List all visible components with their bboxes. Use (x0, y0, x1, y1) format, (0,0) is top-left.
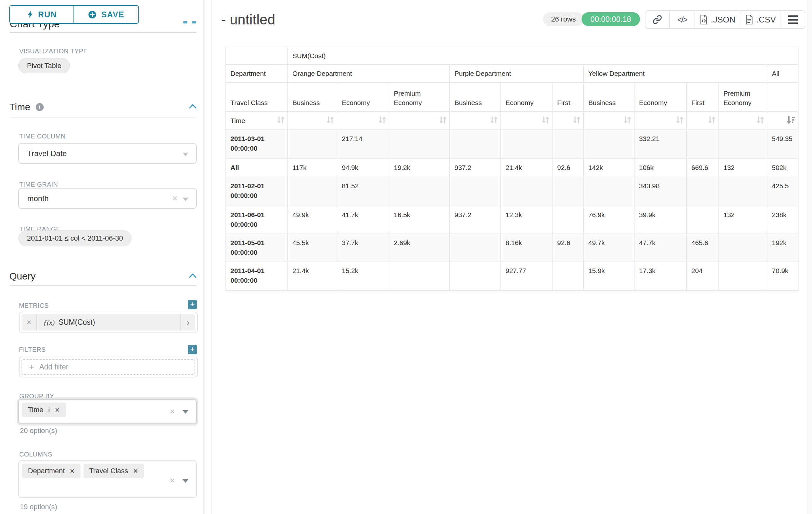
query-duration-badge: 00:00:00.18 (582, 12, 640, 26)
pivot-value-cell (288, 177, 337, 206)
row-count-badge: 26 rows (543, 12, 584, 26)
short-link-button[interactable] (645, 11, 670, 28)
view-query-button[interactable]: </> (670, 11, 695, 28)
time-dimension-label: Time (226, 111, 288, 130)
sort-icon[interactable] (708, 116, 716, 126)
columns-select[interactable]: Department✕Travel Class✕ × (18, 460, 197, 498)
pivot-value-cell: 549.35 (767, 130, 798, 159)
remove-tag-icon[interactable]: ✕ (70, 467, 75, 475)
sort-icon[interactable] (542, 116, 549, 126)
pivot-value-cell: 106k (634, 159, 687, 177)
visualization-type-value[interactable]: Pivot Table (18, 58, 70, 73)
pivot-value-cell: 332.21 (634, 130, 687, 159)
metrics-container: × ƒ(x) SUM(Cost) › (19, 312, 198, 333)
sort-icon[interactable] (676, 116, 684, 126)
remove-tag-icon[interactable]: ✕ (133, 467, 138, 475)
pivot-value-cell: 192k (767, 234, 798, 262)
add-metric-button[interactable]: + (188, 300, 197, 309)
time-column-select[interactable]: Travel Date (18, 143, 197, 164)
chevron-down-icon[interactable] (183, 410, 188, 414)
sort-icon[interactable] (277, 116, 285, 126)
run-button[interactable]: RUN (10, 6, 74, 23)
time-section-title-text: Time (9, 102, 30, 112)
travel-class-header: Economy (634, 83, 687, 111)
time-section-title: Time i (9, 102, 44, 112)
chevron-right-icon[interactable]: › (180, 314, 195, 330)
export-json-button[interactable]: .JSON (695, 11, 741, 28)
time-range-value[interactable]: 2011-01-01 ≤ col < 2011-06-30 (18, 230, 132, 246)
pivot-value-cell: 927.77 (501, 262, 552, 290)
panel-resize-gutter[interactable] (211, 0, 212, 514)
clear-icon[interactable]: × (170, 407, 175, 416)
export-csv-button[interactable]: .CSV (741, 11, 781, 28)
save-button[interactable]: SAVE (74, 6, 138, 23)
remove-tag-icon[interactable]: ✕ (55, 406, 60, 414)
chevron-up-icon[interactable] (189, 273, 196, 278)
chevron-up-icon[interactable] (189, 104, 196, 109)
sort-icon[interactable] (490, 116, 498, 126)
pivot-value-cell: 21.4k (288, 262, 337, 290)
chevron-down-icon (183, 197, 188, 201)
selected-tag[interactable]: Department✕ (22, 464, 81, 478)
travel-class-header (767, 83, 798, 111)
file-code-icon (700, 15, 708, 24)
pivot-value-cell: 16.5k (389, 206, 450, 234)
selected-tag[interactable]: Travel Class✕ (83, 464, 144, 478)
page-scrollbar[interactable] (808, 0, 812, 514)
pivot-value-cell (687, 177, 719, 206)
run-button-label: RUN (38, 10, 57, 19)
sort-icon[interactable] (624, 116, 631, 126)
travel-class-header: Economy (337, 83, 389, 111)
pivot-value-cell (450, 130, 501, 159)
pivot-value-cell: 12.3k (501, 206, 552, 234)
travel-class-dimension-label: Travel Class (226, 83, 288, 111)
add-filter-plus-button[interactable]: + (188, 345, 197, 354)
pivot-value-cell: 19.2k (389, 159, 450, 177)
sort-icon[interactable] (378, 116, 386, 126)
pivot-value-cell: 204 (687, 262, 719, 290)
sort-icon[interactable] (756, 116, 764, 126)
sort-icon[interactable] (326, 116, 334, 126)
mini-blue-icon[interactable] (192, 21, 196, 23)
tag-label: Department (28, 467, 65, 475)
row-header-cell: All (226, 159, 288, 177)
pivot-value-cell (389, 130, 450, 159)
sort-header-cell (552, 111, 583, 130)
department-dimension-label: Department (226, 64, 288, 83)
chart-title[interactable]: - untitled (221, 11, 276, 28)
row-header-cell: 2011-03-01 00:00:00 (226, 130, 288, 159)
info-icon[interactable]: i (36, 103, 44, 111)
travel-class-header: Premium Economy (389, 83, 450, 111)
query-section-title-text: Query (9, 271, 36, 282)
chevron-down-icon[interactable] (183, 479, 188, 483)
remove-metric-icon[interactable]: × (22, 314, 37, 330)
menu-button[interactable] (781, 11, 805, 28)
sort-header-cell (767, 111, 798, 130)
time-grain-select[interactable]: month × (18, 188, 197, 209)
add-filter-button[interactable]: + Add filter (22, 359, 195, 375)
sort-header-cell (389, 111, 450, 130)
pivot-table-container: SUM(Cost)DepartmentOrange DepartmentPurp… (225, 47, 799, 291)
pivot-value-cell (450, 177, 501, 206)
sort-icon[interactable] (439, 116, 447, 126)
clear-icon[interactable]: × (172, 194, 177, 203)
selected-tag[interactable]: Timei✕ (22, 403, 66, 417)
pivot-value-cell (501, 177, 552, 206)
mini-blue-icon[interactable] (183, 21, 187, 23)
metric-pill[interactable]: × ƒ(x) SUM(Cost) › (22, 314, 195, 330)
pivot-value-cell (552, 177, 583, 206)
sort-icon[interactable] (573, 116, 581, 126)
clear-icon[interactable]: × (170, 476, 175, 485)
pivot-value-cell: 49.9k (288, 206, 337, 234)
travel-class-header: Business (288, 83, 337, 111)
pivot-value-cell (687, 206, 719, 234)
sort-descending-icon[interactable] (787, 116, 795, 126)
export-csv-label: .CSV (756, 15, 776, 25)
pivot-value-cell (552, 206, 583, 234)
save-button-label: SAVE (101, 10, 124, 19)
info-icon[interactable]: i (48, 406, 50, 414)
pivot-value-cell: 343.98 (634, 177, 687, 206)
pivot-value-cell: 76.9k (583, 206, 634, 234)
group-by-select[interactable]: Timei✕ × (18, 399, 197, 424)
pivot-value-cell: 81.52 (337, 177, 389, 206)
